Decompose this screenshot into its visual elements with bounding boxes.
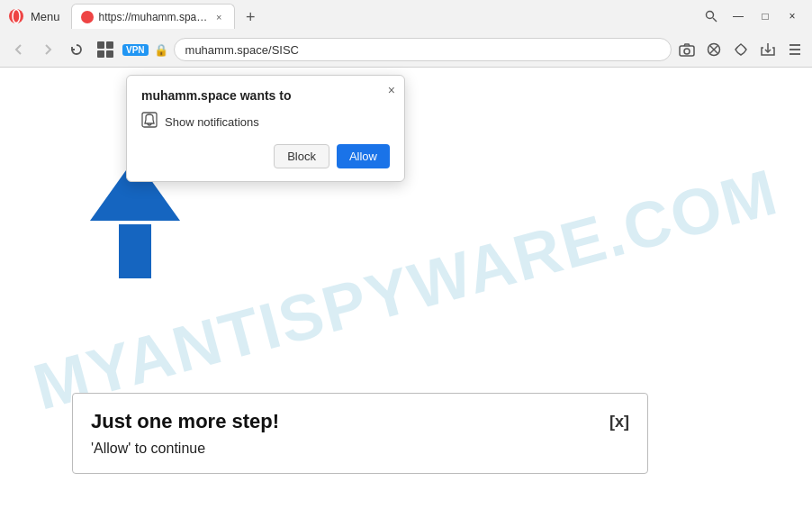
svg-point-5 [684,49,690,54]
content-box-header: Just one more step! [x] [91,410,629,433]
notification-bell-icon [141,112,158,132]
popup-close-button[interactable]: × [388,83,395,97]
page-content: MYANTISPYWARE.COM × muhamm.space wants t… [0,68,812,509]
new-tab-button[interactable]: + [239,5,262,29]
content-box-close-button[interactable]: [x] [609,413,629,432]
tab-bar: https://muhamm.spa… × + [71,4,699,29]
menu-label[interactable]: Menu [31,10,60,23]
address-bar: VPN 🔒 muhamm.space/SISC [0,32,812,67]
menu-icon[interactable] [785,40,805,59]
url-text: muhamm.space/SISC [185,43,299,57]
forward-button[interactable] [36,38,59,61]
allow-button[interactable]: Allow [337,144,390,168]
reload-button[interactable] [65,38,88,61]
minimize-button[interactable]: — [726,4,751,29]
browser-chrome: Menu https://muhamm.spa… × + — □ × [0,0,812,68]
content-box: Just one more step! [x] 'Allow' to conti… [72,393,648,474]
title-bar: Menu https://muhamm.spa… × + — □ × [0,0,812,32]
popup-title: muhamm.space wants to [141,88,372,103]
camera-icon[interactable] [677,40,697,59]
window-controls: — □ × [699,4,805,29]
arrow-shaft [119,224,151,278]
download-icon[interactable] [758,40,778,59]
svg-point-0 [9,9,23,23]
lock-icon: 🔒 [154,43,168,57]
svg-point-2 [707,12,714,19]
favorites-icon[interactable] [731,40,751,59]
toolbar-icons [677,40,805,59]
vpn-badge: VPN [122,44,149,56]
back-button[interactable] [7,38,31,61]
browser-logo [7,7,25,25]
search-icon[interactable] [699,4,724,29]
block-button[interactable]: Block [274,144,329,168]
content-box-subtitle: 'Allow' to continue [91,441,629,457]
active-tab[interactable]: https://muhamm.spa… × [71,4,236,29]
maximize-button[interactable]: □ [753,4,778,29]
tab-title: https://muhamm.spa… [99,11,208,23]
notification-popup: × muhamm.space wants to Show notificatio… [126,75,405,182]
content-box-title: Just one more step! [91,410,279,433]
tab-favicon [81,11,94,23]
svg-line-3 [713,18,717,22]
tab-close-button[interactable]: × [212,11,225,23]
popup-notification-row: Show notifications [141,112,390,132]
apps-button[interactable] [94,38,117,61]
url-bar[interactable]: muhamm.space/SISC [174,38,672,61]
popup-buttons: Block Allow [141,144,390,168]
shield-icon[interactable] [704,40,724,59]
close-window-button[interactable]: × [780,4,805,29]
notification-label: Show notifications [165,115,259,129]
